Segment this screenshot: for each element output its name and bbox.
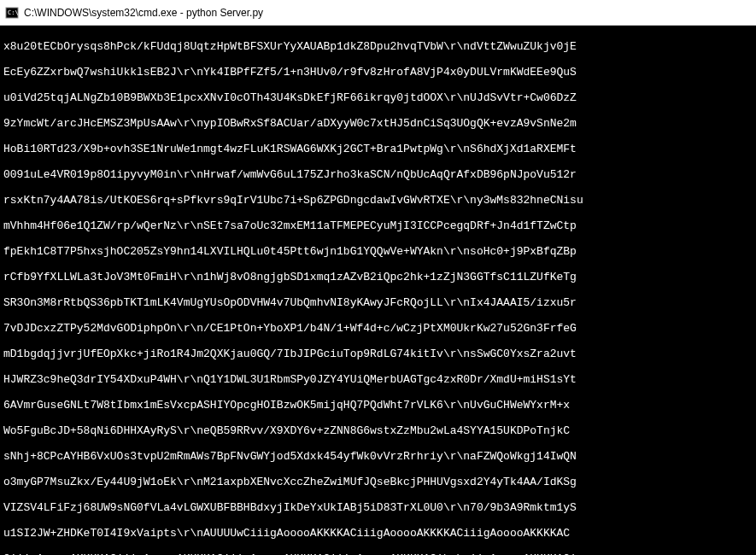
- terminal-line: fpEkh1C8T7P5hxsjhOC205ZsY9hn14LXVILHQLu0…: [3, 245, 753, 258]
- terminal-line: mVhhm4Hf06e1Q1ZW/rp/wQerNz\r\nSEt7sa7oUc…: [3, 219, 753, 232]
- terminal-line: HoBi10RTd23/X9b+ovh3SE1NruWe1nmgt4wzFLuK…: [3, 143, 753, 155]
- terminal-line: rsxKtn7y4AA78is/UtKOES6rq+sPfkvrs9qIrV1U…: [3, 194, 753, 207]
- terminal-line: VIZSV4LFiFzj68UW9sNG0fVLa4vLGWXUBFBBHBdx…: [3, 501, 753, 514]
- terminal-line: 7vDJDcxzZTPy52MdvGODiphpOn\r\n/CE1PtOn+Y…: [3, 322, 753, 335]
- terminal-line: 9zYmcWt/arcJHcEMSZ3MpUsAAw\r\nypIOBwRxSf…: [3, 117, 753, 130]
- terminal-line: o3myGP7MsuZkx/Ey44U9jW1oEk\r\nM21axpbXEN…: [3, 476, 753, 488]
- terminal-line: SR3On3M8rRtbQS36pbTKT1mLK4VmUgYUsOpODVHW…: [3, 296, 753, 309]
- terminal-line: rCfb9YfXLLWLa3tJoV3Mt0FmiH\r\n1hWj8vO8ng…: [3, 271, 753, 283]
- terminal-output[interactable]: x8u20tECbOrysqs8hPck/kFUdqj8UqtzHpWtBFSX…: [0, 26, 756, 555]
- svg-text:C:\: C:\: [8, 9, 19, 16]
- terminal-line: EcEy6ZZxrbwQ7wshiUkklsEB2J\r\nYk4IBPfFZf…: [3, 66, 753, 79]
- cmd-icon: C:\: [5, 6, 19, 20]
- terminal-line: x8u20tECbOrysqs8hPck/kFUdqj8UqtzHpWtBFSX…: [3, 40, 753, 53]
- terminal-line: 6AVmrGuseGNLt7W8tIbmx1mEsVxcpASHIYOpcgHO…: [3, 399, 753, 412]
- window-title: C:\WINDOWS\system32\cmd.exe - python Ser…: [24, 7, 263, 19]
- terminal-line: u1SI2JW+ZHDKeT0I4I9xVaipts\r\nAUUUUwCiii…: [3, 527, 753, 540]
- terminal-line: sNhj+8CPcAYHB6VxUOs3tvpU2mRmAWs7BpFNvGWY…: [3, 450, 753, 463]
- terminal-line: mD1bgdqjjvrjUfEOpXkc+jiRo1R4Jm2QXKjau0GQ…: [3, 348, 753, 360]
- terminal-line: u0iVd25tqjALNgZb10B9BWXb3E1pcxXNvI0cOTh4…: [3, 91, 753, 104]
- window-title-bar: C:\ C:\WINDOWS\system32\cmd.exe - python…: [0, 0, 756, 26]
- terminal-line: HJWRZ3c9heQ3drIY54XDxuP4WH\r\nQ1Y1DWL3U1…: [3, 373, 753, 386]
- terminal-line: Wo5FguBcJD+58qNi6DHHXAyRyS\r\neQB59RRvv/…: [3, 424, 753, 437]
- terminal-line: 0091uLe4VR019p8O1ipyvyM0in\r\nHrwaf/wmWv…: [3, 168, 753, 181]
